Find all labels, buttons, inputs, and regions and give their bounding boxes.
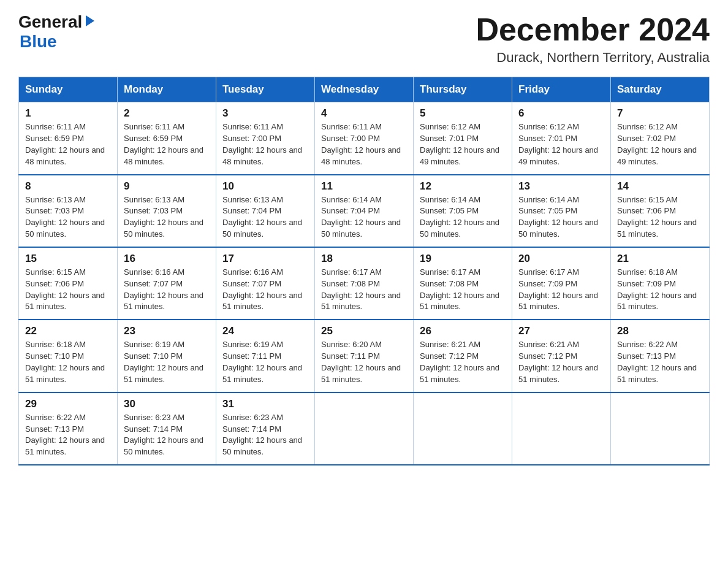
table-row: 30 Sunrise: 6:23 AM Sunset: 7:14 PM Dayl…: [118, 393, 216, 465]
table-row: 17 Sunrise: 6:16 AM Sunset: 7:07 PM Dayl…: [216, 247, 315, 320]
day-number: 30: [124, 398, 210, 410]
day-info: Sunrise: 6:19 AM Sunset: 7:11 PM Dayligh…: [222, 339, 308, 385]
day-number: 1: [25, 107, 111, 120]
day-info: Sunrise: 6:16 AM Sunset: 7:07 PM Dayligh…: [222, 267, 308, 313]
table-row: 2 Sunrise: 6:11 AM Sunset: 6:59 PM Dayli…: [118, 102, 216, 175]
day-number: 17: [222, 253, 308, 265]
day-info: Sunrise: 6:23 AM Sunset: 7:14 PM Dayligh…: [222, 412, 308, 458]
day-number: 26: [420, 325, 506, 337]
day-info: Sunrise: 6:13 AM Sunset: 7:04 PM Dayligh…: [222, 194, 308, 240]
table-row: 29 Sunrise: 6:22 AM Sunset: 7:13 PM Dayl…: [19, 393, 118, 465]
day-info: Sunrise: 6:13 AM Sunset: 7:03 PM Dayligh…: [124, 194, 210, 240]
header-tuesday: Tuesday: [216, 77, 315, 102]
table-row: 6 Sunrise: 6:12 AM Sunset: 7:01 PM Dayli…: [512, 102, 611, 175]
day-number: 31: [222, 398, 308, 410]
day-info: Sunrise: 6:22 AM Sunset: 7:13 PM Dayligh…: [617, 339, 703, 385]
table-row: 15 Sunrise: 6:15 AM Sunset: 7:06 PM Dayl…: [19, 247, 118, 320]
day-number: 24: [222, 325, 308, 337]
day-number: 23: [124, 325, 210, 337]
day-number: 10: [222, 180, 308, 193]
day-info: Sunrise: 6:14 AM Sunset: 7:05 PM Dayligh…: [518, 194, 604, 240]
day-info: Sunrise: 6:18 AM Sunset: 7:10 PM Dayligh…: [25, 339, 111, 385]
day-number: 2: [124, 107, 210, 120]
day-info: Sunrise: 6:11 AM Sunset: 6:59 PM Dayligh…: [25, 121, 111, 167]
calendar-week-row: 29 Sunrise: 6:22 AM Sunset: 7:13 PM Dayl…: [19, 393, 710, 465]
header-friday: Friday: [512, 77, 611, 102]
table-row: 14 Sunrise: 6:15 AM Sunset: 7:06 PM Dayl…: [611, 175, 710, 247]
day-info: Sunrise: 6:17 AM Sunset: 7:08 PM Dayligh…: [420, 267, 506, 313]
calendar-week-row: 15 Sunrise: 6:15 AM Sunset: 7:06 PM Dayl…: [19, 247, 710, 320]
day-number: 6: [518, 107, 604, 120]
day-number: 7: [617, 107, 703, 120]
table-row: 25 Sunrise: 6:20 AM Sunset: 7:11 PM Dayl…: [315, 320, 414, 392]
table-row: 10 Sunrise: 6:13 AM Sunset: 7:04 PM Dayl…: [216, 175, 315, 247]
table-row: 8 Sunrise: 6:13 AM Sunset: 7:03 PM Dayli…: [19, 175, 118, 247]
page-header: General Blue December 2024 Durack, North…: [18, 12, 710, 66]
day-info: Sunrise: 6:11 AM Sunset: 7:00 PM Dayligh…: [222, 121, 308, 167]
header-monday: Monday: [118, 77, 216, 102]
table-row: 5 Sunrise: 6:12 AM Sunset: 7:01 PM Dayli…: [414, 102, 512, 175]
table-row: [315, 393, 414, 465]
header-thursday: Thursday: [414, 77, 512, 102]
table-row: 20 Sunrise: 6:17 AM Sunset: 7:09 PM Dayl…: [512, 247, 611, 320]
header-sunday: Sunday: [19, 77, 118, 102]
weekday-header-row: Sunday Monday Tuesday Wednesday Thursday…: [19, 77, 710, 102]
day-number: 12: [420, 180, 506, 193]
calendar-week-row: 8 Sunrise: 6:13 AM Sunset: 7:03 PM Dayli…: [19, 175, 710, 247]
day-number: 25: [321, 325, 407, 337]
calendar-table: Sunday Monday Tuesday Wednesday Thursday…: [18, 77, 710, 465]
day-number: 20: [518, 253, 604, 265]
day-info: Sunrise: 6:14 AM Sunset: 7:05 PM Dayligh…: [420, 194, 506, 240]
title-section: December 2024 Durack, Northern Territory…: [476, 12, 710, 66]
logo-arrow-icon: [83, 14, 97, 28]
table-row: 22 Sunrise: 6:18 AM Sunset: 7:10 PM Dayl…: [19, 320, 118, 392]
table-row: 7 Sunrise: 6:12 AM Sunset: 7:02 PM Dayli…: [611, 102, 710, 175]
table-row: 19 Sunrise: 6:17 AM Sunset: 7:08 PM Dayl…: [414, 247, 512, 320]
day-number: 15: [25, 253, 111, 265]
day-info: Sunrise: 6:11 AM Sunset: 6:59 PM Dayligh…: [124, 121, 210, 167]
calendar-week-row: 1 Sunrise: 6:11 AM Sunset: 6:59 PM Dayli…: [19, 102, 710, 175]
day-number: 28: [617, 325, 703, 337]
day-info: Sunrise: 6:16 AM Sunset: 7:07 PM Dayligh…: [124, 267, 210, 313]
day-info: Sunrise: 6:13 AM Sunset: 7:03 PM Dayligh…: [25, 194, 111, 240]
day-info: Sunrise: 6:17 AM Sunset: 7:08 PM Dayligh…: [321, 267, 407, 313]
table-row: 24 Sunrise: 6:19 AM Sunset: 7:11 PM Dayl…: [216, 320, 315, 392]
day-number: 14: [617, 180, 703, 193]
day-number: 5: [420, 107, 506, 120]
day-info: Sunrise: 6:21 AM Sunset: 7:12 PM Dayligh…: [518, 339, 604, 385]
table-row: 28 Sunrise: 6:22 AM Sunset: 7:13 PM Dayl…: [611, 320, 710, 392]
day-info: Sunrise: 6:22 AM Sunset: 7:13 PM Dayligh…: [25, 412, 111, 458]
day-number: 8: [25, 180, 111, 193]
day-info: Sunrise: 6:19 AM Sunset: 7:10 PM Dayligh…: [124, 339, 210, 385]
location-text: Durack, Northern Territory, Australia: [476, 50, 710, 66]
day-number: 16: [124, 253, 210, 265]
table-row: [414, 393, 512, 465]
month-title: December 2024: [476, 12, 710, 47]
table-row: 23 Sunrise: 6:19 AM Sunset: 7:10 PM Dayl…: [118, 320, 216, 392]
table-row: 3 Sunrise: 6:11 AM Sunset: 7:00 PM Dayli…: [216, 102, 315, 175]
day-info: Sunrise: 6:17 AM Sunset: 7:09 PM Dayligh…: [518, 267, 604, 313]
day-info: Sunrise: 6:14 AM Sunset: 7:04 PM Dayligh…: [321, 194, 407, 240]
day-info: Sunrise: 6:12 AM Sunset: 7:02 PM Dayligh…: [617, 121, 703, 167]
day-info: Sunrise: 6:15 AM Sunset: 7:06 PM Dayligh…: [617, 194, 703, 240]
table-row: 21 Sunrise: 6:18 AM Sunset: 7:09 PM Dayl…: [611, 247, 710, 320]
logo-blue: Blue: [20, 32, 57, 52]
day-info: Sunrise: 6:11 AM Sunset: 7:00 PM Dayligh…: [321, 121, 407, 167]
header-wednesday: Wednesday: [315, 77, 414, 102]
day-number: 9: [124, 180, 210, 193]
day-info: Sunrise: 6:15 AM Sunset: 7:06 PM Dayligh…: [25, 267, 111, 313]
day-info: Sunrise: 6:12 AM Sunset: 7:01 PM Dayligh…: [518, 121, 604, 167]
table-row: [611, 393, 710, 465]
day-number: 21: [617, 253, 703, 265]
logo: General Blue: [18, 12, 97, 52]
day-info: Sunrise: 6:18 AM Sunset: 7:09 PM Dayligh…: [617, 267, 703, 313]
day-info: Sunrise: 6:23 AM Sunset: 7:14 PM Dayligh…: [124, 412, 210, 458]
table-row: 12 Sunrise: 6:14 AM Sunset: 7:05 PM Dayl…: [414, 175, 512, 247]
day-info: Sunrise: 6:12 AM Sunset: 7:01 PM Dayligh…: [420, 121, 506, 167]
table-row: 27 Sunrise: 6:21 AM Sunset: 7:12 PM Dayl…: [512, 320, 611, 392]
table-row: 13 Sunrise: 6:14 AM Sunset: 7:05 PM Dayl…: [512, 175, 611, 247]
table-row: 1 Sunrise: 6:11 AM Sunset: 6:59 PM Dayli…: [19, 102, 118, 175]
day-number: 11: [321, 180, 407, 193]
day-number: 22: [25, 325, 111, 337]
day-number: 3: [222, 107, 308, 120]
